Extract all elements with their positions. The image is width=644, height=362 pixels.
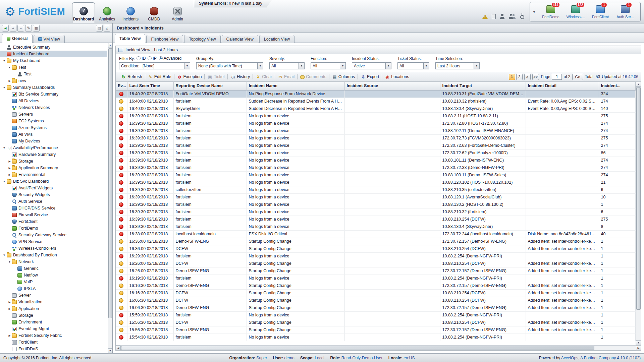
device-widget-auth-ser[interactable]: 1Auth Ser... bbox=[613, 5, 638, 19]
sidebar-item-security-widgets[interactable]: Security Widgets bbox=[0, 191, 107, 198]
severity-select[interactable]: All▼ bbox=[269, 62, 305, 69]
sidebar-item-storage[interactable]: Storage bbox=[0, 312, 107, 319]
tab-fishbone-view[interactable]: Fishbone View bbox=[146, 35, 183, 43]
table-vertical-scrollbar[interactable]: ▲ ▼ bbox=[636, 82, 641, 345]
sidebar-item-application-summary[interactable]: ▶Application Summary bbox=[0, 165, 107, 171]
sidebar-item-storage[interactable]: ▶Storage bbox=[0, 158, 107, 165]
expand-icon[interactable]: ▶ bbox=[7, 167, 12, 170]
warning-icon[interactable] bbox=[482, 14, 488, 19]
dropdown-arrow-icon[interactable]: ▼ bbox=[385, 63, 391, 69]
function-select[interactable]: All▼ bbox=[311, 62, 346, 69]
scroll-right-icon[interactable]: ▶ bbox=[636, 346, 641, 350]
go-button[interactable]: Go bbox=[572, 74, 583, 80]
sidebar-item-executive-summary[interactable]: Executive Summary bbox=[0, 44, 107, 51]
last-page-button[interactable]: >> bbox=[532, 74, 539, 80]
incident-row[interactable]: 16:36:00 02/18/2018DCFWStartup Config Ch… bbox=[116, 245, 636, 252]
expand-icon[interactable]: ▶ bbox=[7, 307, 12, 310]
dropdown-arrow-icon[interactable]: ▼ bbox=[184, 63, 190, 69]
sidebar-item-biz-service-summary[interactable]: Biz Service Summary bbox=[0, 91, 107, 98]
collapse-icon[interactable]: ▼ bbox=[2, 146, 6, 149]
device-widget-wireless[interactable]: 122Wireless-... bbox=[563, 5, 588, 19]
expand-icon[interactable]: ▶ bbox=[7, 160, 12, 163]
sidebar-item-biz-svc-dashboard[interactable]: ▼Biz Svc Dashboard bbox=[0, 178, 107, 185]
table-horizontal-scrollbar[interactable]: ◀ ▶ bbox=[116, 345, 641, 350]
layout-icon[interactable]: ▦ bbox=[33, 25, 40, 32]
email-button[interactable]: Email bbox=[275, 74, 297, 79]
sidebar-item-dashboard-by-function[interactable]: ▼Dashboard By Function bbox=[0, 252, 107, 258]
scroll-thumb[interactable] bbox=[108, 48, 112, 318]
condition-select[interactable]: Condition: [None] ▼ bbox=[119, 62, 190, 69]
sidebar-item-generic[interactable]: Generic bbox=[0, 265, 107, 272]
filter-by-radio-advanced[interactable]: Advanced bbox=[159, 56, 181, 61]
incident-row[interactable]: 16:39:30 02/18/2018fortisiemNo logs from… bbox=[116, 112, 636, 120]
incident-row[interactable]: 16:39:30 02/18/2018fortisiemNo logs from… bbox=[116, 179, 636, 186]
sidebar-scrollbar[interactable]: ▲ ▼ bbox=[108, 43, 112, 353]
incident-row[interactable]: 15:59:30 02/18/2018fortisiemNo logs from… bbox=[116, 311, 636, 319]
sidebar-item-new[interactable]: ▶new bbox=[0, 77, 107, 84]
widgets-dropdown-caret-icon[interactable]: ▼ bbox=[533, 10, 536, 14]
sidebar-item-my-dashboard[interactable]: ▼My Dashboard bbox=[0, 57, 107, 64]
sidebar-item-vpn-service[interactable]: VPN Service bbox=[0, 238, 107, 245]
incident-row[interactable]: 16:39:30 02/18/2018fortisiemNo logs from… bbox=[116, 223, 636, 230]
power-icon[interactable] bbox=[520, 15, 524, 19]
incident-row[interactable]: 16:39:30 02/18/2018fortisiemNo logs from… bbox=[116, 208, 636, 216]
sidebar-item-all-vms[interactable]: All VMs bbox=[0, 131, 107, 138]
incident-row[interactable]: 16:39:30 02/18/2018fortisiemNo logs from… bbox=[116, 127, 636, 134]
sidebar-item-netflow[interactable]: Netflow bbox=[0, 272, 107, 279]
locations-button[interactable]: Locations bbox=[382, 74, 412, 79]
column-header-incident-name[interactable]: Incident Name bbox=[247, 82, 344, 90]
dropdown-arrow-icon[interactable]: ▼ bbox=[257, 63, 263, 69]
incident-row[interactable]: 16:39:30 02/18/2018fortisiemNo logs from… bbox=[116, 216, 636, 223]
sidebar-item-all-devices[interactable]: All Devices bbox=[0, 98, 107, 104]
page-number-input[interactable] bbox=[552, 74, 562, 80]
sidebar-item-voip[interactable]: VoIP bbox=[0, 279, 107, 285]
sidebar-item-firewall-service[interactable]: Firewall Service bbox=[0, 212, 107, 218]
incident-row[interactable]: 16:40:00 02/18/2018fortisiemSudden Decre… bbox=[116, 98, 636, 105]
scroll-thumb[interactable] bbox=[121, 346, 594, 350]
device-widget-fortidemo[interactable]: 414FortiDemo bbox=[538, 5, 563, 19]
sidebar-item-availability-performance[interactable]: ▼Availability/Performance bbox=[0, 144, 107, 151]
incident-row[interactable]: 16:39:30 02/18/2018fortisiemNo logs from… bbox=[116, 193, 636, 201]
radio-unchecked-icon[interactable] bbox=[137, 56, 141, 60]
incident-row[interactable]: 16:19:30 02/18/2018fortisiemNo logs from… bbox=[116, 275, 636, 282]
scroll-left-icon[interactable]: ◀ bbox=[116, 346, 121, 350]
scroll-track[interactable] bbox=[121, 346, 636, 350]
collapse-icon[interactable]: ▼ bbox=[2, 254, 6, 257]
incident-row[interactable]: 16:39:30 02/18/2018fortisiemNo logs from… bbox=[116, 171, 636, 179]
sidebar-item-network-devices[interactable]: Network Devices bbox=[0, 104, 107, 111]
columns-button[interactable]: Columns bbox=[329, 74, 358, 79]
add-icon[interactable]: + bbox=[10, 25, 16, 32]
dropdown-arrow-icon[interactable]: ▼ bbox=[474, 63, 479, 69]
incident-row[interactable]: 16:06:30 02/18/2018Demo-ISFW-ENGStartup … bbox=[116, 304, 636, 311]
comments-button[interactable]: Comments bbox=[298, 74, 329, 79]
scroll-track[interactable] bbox=[108, 48, 112, 348]
export-button[interactable]: Export bbox=[358, 74, 382, 79]
sidebar-item-incident-dashboard[interactable]: Incident Dashboard bbox=[0, 51, 107, 57]
filter-by-radio-ip[interactable]: IP bbox=[148, 56, 156, 61]
scroll-down-icon[interactable]: ▼ bbox=[108, 348, 112, 353]
home-icon[interactable]: ⌂ bbox=[104, 25, 110, 32]
incident-row[interactable]: 16:16:30 02/18/2018Demo-ISFW-ENGStartup … bbox=[116, 282, 636, 289]
edit-rule-button[interactable]: Edit Rule bbox=[145, 74, 174, 79]
incident-row[interactable]: 16:06:30 02/18/2018DCFWStartup Config Ch… bbox=[116, 297, 636, 304]
sidebar-item-hardware-summary[interactable]: Hardware Summary bbox=[0, 151, 107, 158]
clear-button[interactable]: Clear bbox=[253, 74, 275, 79]
expand-icon[interactable]: ▶ bbox=[7, 173, 12, 176]
page-button-1[interactable]: 1 bbox=[509, 74, 515, 80]
sidebar-item-environment[interactable]: Environment bbox=[0, 319, 107, 325]
tab-topology-view[interactable]: Topology View bbox=[184, 35, 220, 43]
collapse-icon[interactable]: ▼ bbox=[2, 86, 6, 89]
incident-row[interactable]: 16:39:30 02/18/2018fortisiemNo logs from… bbox=[116, 120, 636, 127]
column-header-last-seen-time[interactable]: Last Seen Time bbox=[127, 82, 173, 90]
sidebar-item-azure-systems[interactable]: Azure Systems bbox=[0, 124, 107, 131]
tab-table-view[interactable]: Table View bbox=[115, 34, 145, 43]
incident-row[interactable]: 16:29:30 02/18/2018fortisiemNo logs from… bbox=[116, 252, 636, 260]
incident-row[interactable]: 16:36:00 02/18/2018Demo-ISFW-ENGStartup … bbox=[116, 238, 636, 245]
expand-icon[interactable]: ▶ bbox=[7, 79, 12, 82]
incident-row[interactable]: 16:39:30 02/18/2018fortisiemNo logs from… bbox=[116, 201, 636, 208]
sidebar-item-wireless-controllers[interactable]: Wireless-Controllers bbox=[0, 245, 107, 252]
incident-row[interactable]: 15:54:30 02/18/2018fortisiemNo logs from… bbox=[116, 334, 636, 341]
incident-row[interactable]: 16:39:30 02/18/2018fortisiemNo logs from… bbox=[116, 134, 636, 142]
tab-location-view[interactable]: Location View bbox=[259, 35, 295, 43]
sidebar-tab-vm-view[interactable]: VM View bbox=[34, 35, 65, 43]
